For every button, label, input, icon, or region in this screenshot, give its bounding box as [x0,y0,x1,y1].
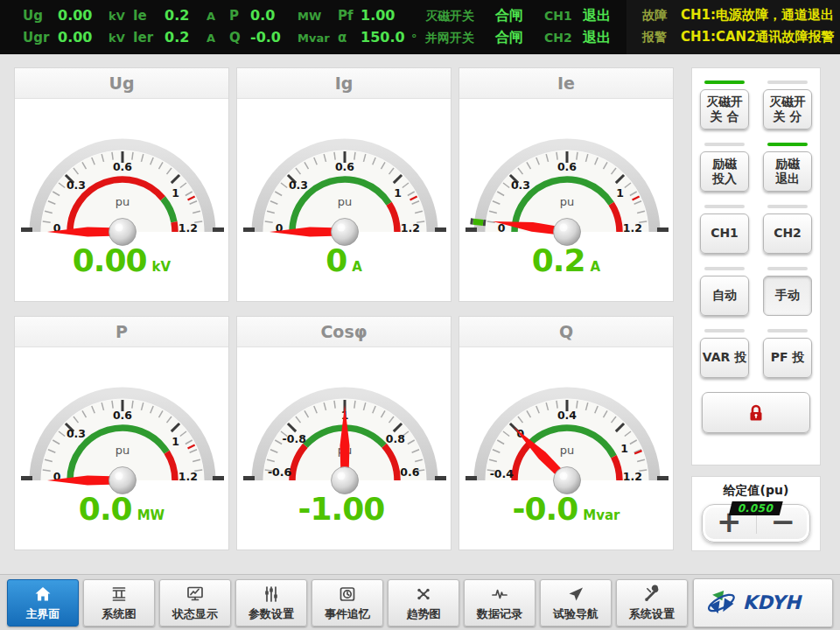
parameter-settings-icon [261,584,282,605]
metric-unit: Mvar [298,32,330,45]
gauge-title: Q [459,317,673,347]
metric-label: Ie [133,8,164,24]
svg-text:1: 1 [172,186,179,200]
svg-text:0.8: 0.8 [386,432,405,445]
demag-switch-close-button-wrap: 灭磁开关 合 [700,80,749,130]
svg-text:0.4: 0.4 [557,409,577,422]
manual-button[interactable]: 手动 [763,276,812,316]
switch-state: 合闸 [495,29,523,47]
nav-item-data-record[interactable]: 数据记录 [464,579,536,626]
alarm-panel: 故障CH1:电源故障，通道退出 报警CH1:CAN2通讯故障报警 [626,0,840,54]
ch1-button[interactable]: CH1 [700,214,749,254]
excitation-on-button-indicator [704,143,745,146]
svg-text:1.2: 1.2 [401,221,420,234]
metric-group-current: Ie0.2A Ier0.2A [133,0,215,54]
nav-item-system-diagram[interactable]: 系统图 [83,579,155,626]
setpoint-title: 给定值(pu) [692,483,820,499]
svg-text:pu: pu [560,195,575,208]
excitation-off-button[interactable]: 励磁退出 [763,151,812,192]
nav-item-system-settings[interactable]: 系统设置 [616,579,688,626]
metric-value: 0.2 [164,29,206,46]
gauge-dial-ie: 00.30.611.2pu [459,109,675,248]
pf-on-button[interactable]: PF 投 [763,338,812,378]
svg-text:1: 1 [172,435,179,448]
gauge-title: Ie [459,68,673,99]
metric-label: P [229,8,250,24]
metric-value: -0.0 [250,29,298,46]
gauge-dial-cosphi: -0.6-0.810.80.6pu [237,358,452,496]
gauge-card-p: P 00.30.611.2pu 0.0MW [14,316,229,550]
fault-label: 故障 [642,8,681,24]
demag-switch-open-button-indicator [767,80,808,84]
system-diagram-icon [108,584,130,605]
demag-switch-close-button[interactable]: 灭磁开关 合 [700,89,749,130]
channel-status-group: CH1退出 CH2退出 [544,0,611,54]
svg-text:0.3: 0.3 [289,178,308,192]
switch-label: 并网开关 [425,31,495,46]
excitation-on-button[interactable]: 励磁投入 [700,151,749,192]
demag-switch-open-button[interactable]: 灭磁开关 分 [763,89,812,130]
demag-switch-close-button-indicator [704,80,745,84]
svg-text:0.6: 0.6 [400,466,419,479]
svg-text:-0.8: -0.8 [283,432,306,445]
excitation-on-button-wrap: 励磁投入 [700,143,749,192]
gauge-dial-q: -0.400.411.2pu [459,358,675,496]
gauge-card-ie: Ie 00.30.611.2pu 0.2A [458,67,674,302]
excitation-off-button-indicator [767,143,808,146]
setpoint-value: 0.050 [729,501,783,515]
ch2-button-indicator [767,205,808,208]
metric-unit: A [206,32,215,45]
ch1-button-indicator [704,205,745,208]
kdyh-logo-button[interactable]: KDYH [693,578,833,627]
nav-item-trend-chart[interactable]: 趋势图 [388,579,459,626]
demag-switch-open-button-wrap: 灭磁开关 分 [763,80,812,130]
nav-item-label: 参数设置 [248,606,294,622]
manual-button-wrap: 手动 [763,267,812,316]
metric-value: 0.0 [250,7,298,24]
svg-text:0.6: 0.6 [113,160,132,173]
nav-item-label: 试验导航 [553,606,598,622]
svg-text:1.2: 1.2 [623,221,642,234]
ch2-button-wrap: CH2 [763,205,812,254]
gauge-card-ig: Ig 00.30.611.2pu 0A [236,67,452,302]
svg-text:-0.4: -0.4 [490,467,514,480]
bottom-navbar: 主界面系统图状态显示参数设置事件追忆趋势图数据记录试验导航系统设置 KDYH [0,574,840,630]
metric-unit: kV [108,10,125,23]
svg-text:-0.6: -0.6 [268,466,292,479]
nav-item-status-display[interactable]: 状态显示 [159,579,231,626]
ch2-button[interactable]: CH2 [763,214,812,254]
auto-button[interactable]: 自动 [700,276,749,316]
channel-state: 退出 [583,7,611,25]
gauge-title: P [15,317,228,347]
metric-group-pf-alpha: Pf1.00 α150.0° [338,0,417,54]
status-topbar: Ug0.00kV Ugr0.00kV Ie0.2A Ier0.2A P0.0MW… [0,0,840,54]
svg-text:1.2: 1.2 [178,221,198,234]
switch-label: 灭磁开关 [425,9,495,24]
lock-button[interactable] [702,392,810,433]
nav-item-test-navigation[interactable]: 试验导航 [540,579,612,626]
control-button-grid: 灭磁开关 合灭磁开关 分励磁投入励磁退出CH1CH2自动手动VAR 投PF 投 [692,68,820,378]
svg-text:pu: pu [116,444,130,457]
svg-text:1: 1 [620,442,628,455]
fault-message: CH1:电源故障，通道退出 [681,7,834,24]
var-on-button-indicator [704,329,745,332]
var-on-button[interactable]: VAR 投 [700,338,749,378]
gauge-title: Ig [237,68,451,99]
nav-item-parameter-settings[interactable]: 参数设置 [235,579,307,626]
metric-unit: A [206,10,215,23]
pf-on-button-indicator [767,329,808,332]
nav-item-label: 事件追忆 [325,606,370,622]
nav-item-label: 数据记录 [477,606,522,622]
nav-item-event-recall[interactable]: 事件追忆 [312,579,383,626]
metric-unit: kV [108,32,125,45]
svg-text:1.2: 1.2 [178,470,198,483]
metric-group-voltage: Ug0.00kV Ugr0.00kV [23,0,125,54]
trend-chart-icon [413,584,434,605]
switch-status-group: 灭磁开关合闸 并网开关合闸 [425,0,523,54]
metric-label: Pf [338,8,360,24]
alarm-message: CH1:CAN2通讯故障报警 [681,29,835,46]
var-on-button-wrap: VAR 投 [700,329,749,378]
gauge-dial-p: 00.30.611.2pu [15,358,230,496]
nav-item-home[interactable]: 主界面 [7,579,79,626]
auto-button-indicator [704,267,745,270]
